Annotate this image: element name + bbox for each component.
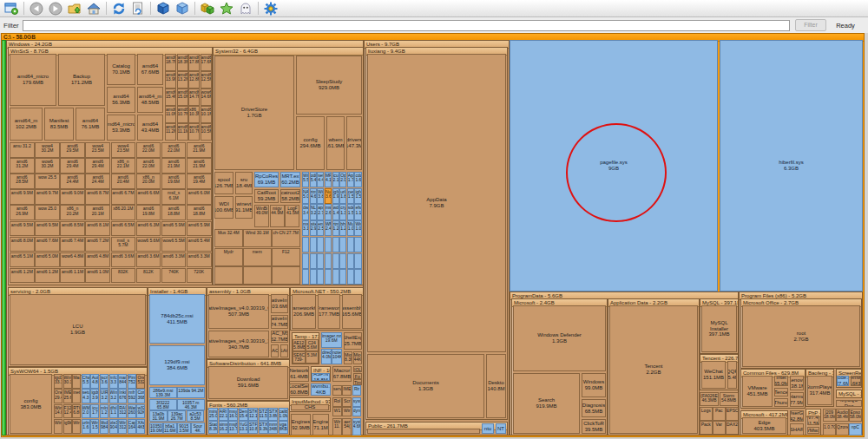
tree-cell[interactable]: Mio 44K (353, 351, 362, 364)
tree-cell[interactable] (317, 269, 324, 285)
tree-cell[interactable]: wow6 30.2M (35, 158, 60, 174)
tree-cell[interactable]: amd6 6.0M (187, 189, 212, 205)
tree-cell[interactable]: Wir 11. (332, 418, 342, 436)
tree-cell[interactable]: Rir (352, 385, 362, 396)
folder-block[interactable]: Framework177.7MB (318, 294, 340, 329)
folder-block[interactable]: catroot258.2MB (280, 189, 300, 203)
tree-cell[interactable] (325, 269, 332, 285)
tree-cell[interactable]: STF 10.8 (248, 421, 258, 434)
tree-cell[interactable]: amd6 5.0M (35, 252, 60, 268)
tree-cell[interactable]: odin 5.4M (310, 172, 317, 187)
tree-cell[interactable]: igfx 1.5M (354, 188, 361, 204)
tree-cell[interactable]: amd6 8.0M (10, 237, 35, 252)
tree-cell[interactable]: IME (342, 385, 352, 396)
tree-cell[interactable]: Window (72, 419, 81, 434)
tree-cell[interactable]: amd6 5.9M (161, 221, 187, 237)
new-view-button[interactable] (2, 1, 21, 16)
tree-cell[interactable]: Win 1.0M (354, 220, 361, 236)
folder-block[interactable]: Tencent2.2GB (609, 305, 698, 434)
tree-cell[interactable]: wow6 4.8M (60, 252, 85, 268)
tree-cell[interactable]: F12 12.4 (63, 404, 72, 419)
folder-block[interactable]: Deskto140.8M (486, 354, 506, 418)
tree-cell[interactable]: LogF 41.5M (285, 205, 299, 227)
tree-cell[interactable]: a2c53 8.5M (187, 410, 205, 422)
tree-cell[interactable]: App 1.7M (347, 172, 354, 187)
tree-cell[interactable]: amd6 12.8M (188, 71, 200, 88)
folder-block[interactable]: Catalog70.1MB (107, 54, 135, 85)
tree-cell[interactable] (214, 266, 243, 285)
tree-cell[interactable]: sysmai (352, 397, 362, 407)
tree-cell[interactable]: amd6 18.8M (187, 205, 212, 220)
tree-cell[interactable]: amd6 26.9M (10, 205, 35, 220)
folder-block[interactable]: drivers147.3M (346, 116, 362, 170)
file-hiberfil[interactable]: hiberfil.sys6.3GB (720, 40, 863, 292)
tree-cell[interactable]: Static 8.3M (208, 421, 218, 434)
tree-cell[interactable]: bhr 1.2M (339, 220, 346, 236)
tree-cell[interactable]: igfx 1.9M (332, 188, 339, 204)
tree-cell[interactable] (347, 253, 354, 269)
tree-cell[interactable]: amd6 9.5M (10, 221, 35, 237)
tree-cell[interactable]: amd6 3.3M (161, 252, 187, 268)
tree-cell[interactable]: Pim 752 (128, 374, 136, 389)
tree-cell[interactable]: amd6 6.6M (136, 189, 161, 205)
folder-block[interactable]: MySQL Doc (836, 400, 862, 407)
tree-cell[interactable]: War 260 (128, 404, 136, 419)
tree-cell[interactable]: amd6 21.9M (187, 158, 212, 174)
folder-block[interactable]: ShellExp25.7MB (344, 332, 362, 350)
folder-block[interactable]: spool126.7MB (214, 172, 233, 194)
tree-cell[interactable]: Nui 3.6M (325, 188, 332, 204)
system32-low-grid[interactable]: Mus 32.4MWind 30.1Mch-CN 27.7MMydrmemF12 (214, 229, 300, 285)
folder-block[interactable]: Lenovo138.1M (790, 376, 804, 390)
file-block[interactable]: ASP.N 18.8M (312, 373, 330, 381)
tree-cell[interactable]: amd6 18.3M (177, 54, 188, 71)
tree-cell[interactable]: rtmg 4.6M (310, 188, 317, 204)
treemap-canvas[interactable]: C:\ - 58.0GBWindows - 24.2GBWinSxS - 8.7… (0, 33, 868, 439)
tree-cell[interactable]: 10357.m 46.3M (177, 399, 205, 410)
tree-cell[interactable]: apg 2.7M (317, 204, 324, 220)
tree-cell[interactable]: wow4 30.2M (35, 142, 60, 158)
tree-cell[interactable]: 740K (161, 268, 187, 284)
tree-cell[interactable]: mari 844 (118, 374, 127, 389)
folder-block[interactable]: config294.6MB (296, 116, 325, 170)
tree-cell[interactable]: CoreShe 368KB (136, 389, 145, 403)
tree-cell[interactable]: cryp 1.3M (339, 204, 346, 220)
tree-cell[interactable]: efsc 1.1M (354, 204, 361, 220)
pf-small-grid-2[interactable]: 1.0.7CQzonenpC (823, 423, 862, 436)
tree-cell[interactable]: XAudio2 4KB (136, 419, 145, 434)
folder-block[interactable]: VMwz (807, 427, 819, 434)
folder-block[interactable]: Edge403.5MB (742, 417, 786, 434)
tree-cell[interactable]: amd6 22.0M (136, 142, 161, 158)
tree-cell[interactable]: Wir (342, 407, 352, 416)
back-button[interactable] (27, 1, 46, 16)
tree-cell[interactable]: wdn 1.4M (332, 204, 339, 220)
folder-block[interactable]: Diagnosis68.5MB (582, 399, 606, 417)
tree-cell[interactable]: x86_n 20.2M (60, 205, 85, 220)
folder-block[interactable]: WDI100.6MB (214, 196, 233, 219)
tree-cell[interactable]: msy 16.0 (228, 408, 238, 421)
folder-block[interactable]: StormPlayer317.4MB (807, 376, 832, 405)
tree-cell[interactable]: amd6 15.4M (165, 88, 176, 106)
file-block[interactable]: wvmbu. 4KB (311, 383, 331, 396)
tree-cell[interactable]: jscri 3.6 (100, 374, 108, 389)
tree-cell[interactable]: amd6 11.2M (165, 123, 176, 141)
tree-cell[interactable]: amd6 13.2M (177, 71, 188, 88)
tree-cell[interactable]: system 4.6MB (352, 418, 362, 436)
tree-cell[interactable]: amd6 18.8M (161, 205, 187, 220)
tree-cell[interactable]: Aut 4.8 (90, 374, 99, 389)
tree-cell[interactable]: Var (713, 421, 726, 435)
tree-cell[interactable]: Scr (342, 397, 352, 407)
folder-block[interactable]: NativeIma74.7MB (271, 315, 288, 329)
tree-cell[interactable]: amd6 19.4M (187, 174, 212, 189)
folder-block[interactable]: Macror67.8MB (332, 366, 352, 382)
tree-cell[interactable]: inetsrv (72, 389, 81, 403)
folder-block[interactable]: MySQL Installer397.1MB (701, 305, 737, 352)
folder-block[interactable]: Framework64206.9MB (292, 294, 316, 329)
tree-cell[interactable]: W1 (332, 407, 342, 416)
tree-cell[interactable]: amd6 6.5M (111, 221, 136, 237)
folder-block[interactable]: VMware451.5MB (742, 376, 773, 407)
tree-cell[interactable] (325, 237, 332, 252)
tree-cell[interactable] (354, 253, 361, 269)
tree-cell[interactable] (310, 269, 317, 285)
tree-cell[interactable] (302, 253, 309, 269)
tree-cell[interactable]: OneDriv 532KB (136, 374, 145, 389)
